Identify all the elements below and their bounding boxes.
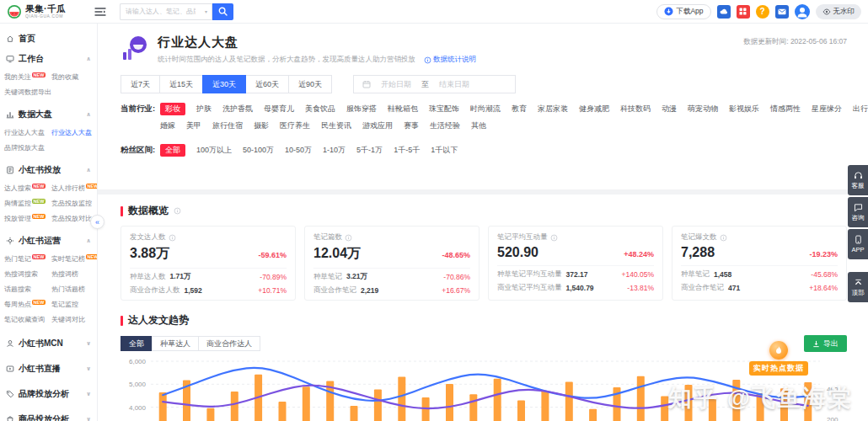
industry-tag[interactable]: 美甲 — [186, 120, 201, 132]
help-icon[interactable]: ? — [756, 5, 769, 19]
info-icon[interactable] — [720, 234, 727, 242]
trend-tab[interactable]: 种草达人 — [152, 336, 199, 351]
sidebar-link[interactable]: 热门话题榜 — [51, 285, 98, 294]
industry-tag[interactable]: 医疗养生 — [280, 120, 310, 132]
industry-tag[interactable]: 民生资讯 — [321, 120, 351, 132]
sidebar-link[interactable]: 竞品投放监控 — [51, 199, 98, 208]
sidebar-item-home[interactable]: 首页 — [0, 29, 97, 49]
sidebar-item-data-dashboard[interactable]: 数据大盘∧ — [0, 104, 97, 124]
sidebar-link[interactable]: 热搜词榜 — [51, 269, 98, 279]
sidebar-link[interactable]: 舆情监控NEW — [4, 199, 49, 208]
sidebar-item-product-analysis[interactable]: 商品投放分析∨ — [0, 408, 97, 421]
trend-tab[interactable]: 全部 — [121, 336, 153, 351]
trend-tab[interactable]: 商业合作达人 — [198, 336, 260, 351]
date-range-picker[interactable]: 开始日期 至 结束日期 — [353, 75, 516, 93]
fans-tag[interactable]: 1-10万 — [323, 144, 346, 157]
sidebar-link[interactable]: 热搜词搜索 — [4, 269, 49, 279]
sidebar-link[interactable]: 行业达人大盘 — [4, 128, 49, 137]
user-avatar[interactable] — [795, 4, 810, 19]
date-tab[interactable]: 近90天 — [288, 75, 332, 93]
sidebar-link[interactable]: 行业达人大盘 — [51, 128, 94, 137]
industry-tag[interactable]: 情感两性 — [770, 103, 801, 115]
info-icon[interactable] — [174, 207, 181, 215]
sidebar-link[interactable]: 关键词对比 — [51, 315, 98, 324]
industry-tag[interactable]: 生活经验 — [430, 120, 460, 132]
date-tab[interactable]: 近60天 — [245, 75, 289, 93]
sidebar-item-brand-analysis[interactable]: 品牌投放分析∨ — [0, 382, 97, 405]
sidebar-item-xhs-ops[interactable]: 小红书运营∧ — [0, 231, 97, 250]
hotspot-widget[interactable]: 实时热点数据 — [749, 341, 808, 376]
industry-tag[interactable]: 摄影 — [254, 120, 269, 132]
sidebar-link[interactable]: 达人排行榜NEW — [51, 184, 98, 193]
toolbar-headset-button[interactable]: 客服 — [848, 165, 868, 195]
industry-tag[interactable]: 出行工具 — [853, 103, 868, 115]
industry-tag[interactable]: 美食饮品 — [305, 103, 335, 115]
download-app-button[interactable]: 下载App — [656, 4, 710, 19]
sidebar-link[interactable]: 笔记收藏查询 — [4, 315, 49, 324]
fans-tag[interactable]: 5千-1万 — [356, 144, 383, 157]
sidebar-link[interactable]: 关键词数据导出 — [4, 88, 49, 97]
industry-tag[interactable]: 护肤 — [196, 103, 212, 115]
industry-tag[interactable]: 健身减肥 — [579, 103, 609, 115]
industry-tag[interactable]: 科技数码 — [620, 103, 651, 115]
date-tab[interactable]: 近15天 — [159, 75, 203, 93]
cloud-icon[interactable] — [717, 5, 731, 19]
industry-tag[interactable]: 家居家装 — [538, 103, 568, 115]
industry-tag[interactable]: 赛事 — [404, 120, 419, 132]
sidebar-link[interactable]: 我的关注NEW — [4, 72, 49, 82]
industry-tag[interactable]: 萌宠动物 — [688, 103, 718, 115]
info-icon[interactable] — [169, 234, 176, 242]
industry-tag[interactable]: 婚嫁 — [160, 120, 175, 132]
industry-tag[interactable]: 游戏应用 — [362, 120, 393, 132]
fans-tag[interactable]: 1千以下 — [431, 144, 458, 157]
fans-tag[interactable]: 50-100万 — [243, 144, 274, 157]
industry-tag[interactable]: 教育 — [512, 103, 527, 115]
industry-tag[interactable]: 洗护香氛 — [222, 103, 253, 115]
industry-tag[interactable]: 动漫 — [662, 103, 677, 115]
sidebar-link[interactable]: 投放管理NEW — [4, 214, 49, 223]
industry-tag[interactable]: 其他 — [471, 120, 486, 132]
sidebar-link[interactable]: 实时笔记榜NEW — [51, 254, 98, 264]
info-icon[interactable] — [550, 234, 558, 242]
industry-tag[interactable]: 旅行住宿 — [212, 120, 243, 132]
search-caret-icon[interactable]: ▾ — [201, 3, 212, 20]
fans-tag[interactable]: 10-50万 — [285, 144, 312, 157]
toolbar-chat-button[interactable]: 咨询 — [848, 197, 868, 227]
sidebar-item-xhs-ads[interactable]: 小红书投放∧ — [0, 160, 97, 179]
sidebar-link[interactable]: 我的收藏 — [51, 72, 94, 82]
industry-tag[interactable]: 时尚潮流 — [470, 103, 501, 115]
logo[interactable]: 果集·千瓜 QIAN-GUA.COM — [0, 4, 89, 19]
sidebar-collapse-button[interactable]: « — [90, 215, 104, 229]
industry-tag[interactable]: 星座缘分 — [812, 103, 842, 115]
sidebar-item-workbench[interactable]: 工作台∧ — [0, 49, 97, 68]
toolbar-phone-button[interactable]: APP — [848, 229, 868, 259]
industry-tag[interactable]: 珠宝配饰 — [429, 103, 459, 115]
industry-tag[interactable]: 彩妆 — [160, 103, 185, 115]
search-button[interactable] — [212, 3, 233, 20]
mail-icon[interactable] — [775, 5, 789, 19]
sidebar-link[interactable]: 热门笔记NEW — [4, 254, 49, 264]
search-input[interactable] — [120, 3, 201, 20]
export-button[interactable]: 导出 — [804, 335, 847, 352]
sidebar-link[interactable]: 每周热点NEW — [4, 300, 49, 309]
fans-tag[interactable]: 全部 — [160, 144, 185, 157]
sidebar-item-xhs-live[interactable]: 小红书直播∨ — [0, 357, 97, 380]
info-icon[interactable] — [345, 234, 352, 242]
industry-tag[interactable]: 影视娱乐 — [729, 103, 759, 115]
sidebar-item-xhs-mcn[interactable]: 小红书MCN∨ — [0, 332, 97, 354]
toolbar-up-button[interactable]: 顶部 — [848, 272, 868, 302]
industry-tag[interactable]: 鞋靴箱包 — [388, 103, 418, 115]
sidebar-link[interactable]: 达人搜索NEW — [4, 184, 49, 193]
menu-collapse-icon[interactable] — [94, 7, 106, 17]
industry-tag[interactable]: 母婴育儿 — [264, 103, 294, 115]
stats-note-link[interactable]: 数据统计说明 — [424, 55, 476, 65]
industry-tag[interactable]: 服饰穿搭 — [346, 103, 377, 115]
apps-grid-icon[interactable] — [737, 5, 750, 19]
sidebar-link[interactable]: 话题搜索 — [4, 285, 49, 294]
fans-tag[interactable]: 1千-5千 — [394, 144, 420, 157]
date-tab[interactable]: 近30天 — [202, 75, 246, 93]
fans-tag[interactable]: 100万以上 — [196, 144, 232, 157]
date-tab[interactable]: 近7天 — [121, 75, 160, 93]
no-watermark-button[interactable]: 无水印 — [816, 4, 862, 19]
sidebar-link[interactable]: 品牌投放大盘 — [4, 143, 49, 152]
